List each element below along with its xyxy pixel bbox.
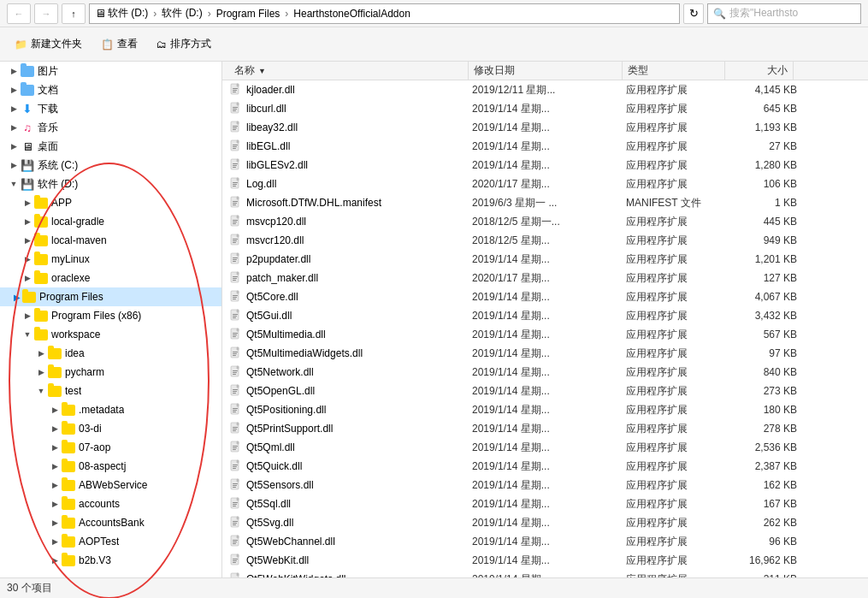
breadcrumb-label-1[interactable]: 软件 (D:) bbox=[162, 6, 202, 21]
file-row[interactable]: p2pupdater.dll2019/1/14 星期...应用程序扩展1,201… bbox=[222, 250, 868, 269]
file-row[interactable]: kjloader.dll2019/12/11 星期...应用程序扩展4,145 … bbox=[222, 80, 868, 99]
sidebar-item-aoptest[interactable]: ▶ AOPTest bbox=[0, 532, 221, 551]
sidebar-item-program-files-x86[interactable]: ▶ Program Files (x86) bbox=[0, 306, 221, 325]
sidebar-item-downloads[interactable]: ▶ ⬇ 下载 bbox=[0, 99, 221, 118]
file-row[interactable]: Qt5OpenGL.dll2019/1/14 星期...应用程序扩展273 KB bbox=[222, 382, 868, 400]
refresh-button[interactable]: ↻ bbox=[683, 3, 704, 24]
file-row[interactable]: Qt5PrintSupport.dll2019/1/14 星期...应用程序扩展… bbox=[222, 419, 868, 438]
file-row[interactable]: Microsoft.DTfW.DHL.manifest2019/6/3 星期一 … bbox=[222, 193, 868, 212]
file-icon bbox=[229, 384, 243, 398]
file-row[interactable]: Qt5Multimedia.dll2019/1/14 星期...应用程序扩展56… bbox=[222, 325, 868, 344]
sidebar-item-desktop[interactable]: ▶ 🖥 桌面 bbox=[0, 137, 221, 156]
file-row[interactable]: Qt5Sql.dll2019/1/14 星期...应用程序扩展167 KB bbox=[222, 494, 868, 513]
sidebar-item-b2bv3[interactable]: ▶ b2b.V3 bbox=[0, 551, 221, 570]
file-row[interactable]: libGLESv2.dll2019/1/14 星期...应用程序扩展1,280 … bbox=[222, 156, 868, 175]
address-bar[interactable]: 🖥 软件 (D:) › 软件 (D:) › Program Files › He… bbox=[89, 3, 680, 24]
file-row[interactable]: Log.dll2020/1/17 星期...应用程序扩展106 KB bbox=[222, 175, 868, 193]
expand-icon-desktop: ▶ bbox=[7, 139, 21, 153]
sidebar-item-oraclexe[interactable]: ▶ oraclexe bbox=[0, 269, 221, 287]
sidebar-item-metadata[interactable]: ▶ .metadata bbox=[0, 400, 221, 419]
file-row[interactable]: Qt5Core.dll2019/1/14 星期...应用程序扩展4,067 KB bbox=[222, 287, 868, 306]
file-row[interactable]: libcurl.dll2019/1/14 星期...应用程序扩展645 KB bbox=[222, 99, 868, 118]
file-row[interactable]: msvcr120.dll2018/12/5 星期...应用程序扩展949 KB bbox=[222, 231, 868, 250]
file-row[interactable]: Qt5Network.dll2019/1/14 星期...应用程序扩展840 K… bbox=[222, 363, 868, 382]
svg-rect-77 bbox=[233, 317, 236, 318]
file-icon bbox=[229, 177, 243, 191]
file-size: 1,280 KB bbox=[729, 159, 797, 171]
file-name: Qt5Core.dll bbox=[246, 291, 472, 303]
file-date: 2019/1/14 星期... bbox=[472, 102, 626, 116]
col-header-name[interactable]: 名称 ▼ bbox=[229, 62, 469, 80]
sidebar-item-app[interactable]: ▶ APP bbox=[0, 193, 221, 212]
sidebar-label-abwebservice: ABWebService bbox=[79, 479, 147, 491]
sidebar-item-accounts[interactable]: ▶ accounts bbox=[0, 494, 221, 513]
forward-button[interactable]: → bbox=[34, 3, 58, 24]
svg-rect-130 bbox=[233, 485, 237, 486]
file-row[interactable]: Qt5Qml.dll2019/1/14 星期...应用程序扩展2,536 KB bbox=[222, 438, 868, 457]
file-row[interactable]: Qt5MultimediaWidgets.dll2019/1/14 星期...应… bbox=[222, 344, 868, 363]
file-row[interactable]: Qt5Svg.dll2019/1/14 星期...应用程序扩展262 KB bbox=[222, 513, 868, 532]
folder-icon-07-aop bbox=[62, 441, 75, 454]
sidebar-item-idea[interactable]: ▶ idea bbox=[0, 344, 221, 363]
sidebar-item-workspace[interactable]: ▼ workspace bbox=[0, 325, 221, 344]
sidebar-item-music[interactable]: ▶ ♫ 音乐 bbox=[0, 118, 221, 137]
search-bar[interactable]: 🔍 搜索"Hearthsto bbox=[707, 3, 861, 24]
file-date: 2019/1/14 星期... bbox=[472, 497, 626, 512]
sidebar-item-soft-d[interactable]: ▼ 💾 软件 (D:) bbox=[0, 175, 221, 193]
file-row[interactable]: Qt5WebKit.dll2019/1/14 星期...应用程序扩展16,962… bbox=[222, 551, 868, 570]
file-type: 应用程序扩展 bbox=[626, 535, 729, 549]
col-header-type[interactable]: 类型 bbox=[623, 62, 725, 80]
sidebar-item-docs[interactable]: ▶ 文档 bbox=[0, 80, 221, 99]
breadcrumb-label-2[interactable]: Program Files bbox=[216, 8, 280, 20]
sidebar-item-08-aspectj[interactable]: ▶ 08-aspectj bbox=[0, 457, 221, 476]
file-row[interactable]: libeay32.dll2019/1/14 星期...应用程序扩展1,193 K… bbox=[222, 118, 868, 137]
file-row[interactable]: msvcp120.dll2018/12/5 星期一...应用程序扩展445 KB bbox=[222, 212, 868, 231]
sidebar-item-accountsbank[interactable]: ▶ AccountsBank bbox=[0, 513, 221, 532]
svg-rect-51 bbox=[233, 239, 238, 240]
sidebar-item-07-aop[interactable]: ▶ 07-aop bbox=[0, 438, 221, 457]
status-bar: 30 个项目 bbox=[0, 577, 868, 598]
col-header-date[interactable]: 修改日期 bbox=[469, 62, 623, 80]
sidebar-item-local-maven[interactable]: ▶ local-maven bbox=[0, 231, 221, 250]
sidebar-item-sys-c[interactable]: ▶ 💾 系统 (C:) bbox=[0, 156, 221, 175]
col-header-size[interactable]: 大小 bbox=[725, 62, 794, 80]
toolbar-view[interactable]: 📋 查看 bbox=[93, 32, 145, 57]
toolbar-new-folder[interactable]: 📁 新建文件夹 bbox=[7, 32, 90, 57]
up-button[interactable]: ↑ bbox=[62, 3, 86, 24]
svg-rect-23 bbox=[233, 148, 236, 149]
file-row[interactable]: Qt5Quick.dll2019/1/14 星期...应用程序扩展2,387 K… bbox=[222, 457, 868, 476]
breadcrumb-label-3[interactable]: HearthstoneOfficialAddon bbox=[293, 8, 410, 20]
file-row[interactable]: patch_maker.dll2020/1/17 星期...应用程序扩展127 … bbox=[222, 269, 868, 287]
file-name: kjloader.dll bbox=[246, 84, 472, 96]
file-row[interactable]: Qt5Gui.dll2019/1/14 星期...应用程序扩展3,432 KB bbox=[222, 306, 868, 325]
folder-icon-03-di bbox=[62, 422, 75, 435]
toolbar-sort[interactable]: 🗂 排序方式 bbox=[149, 32, 219, 57]
file-type: 应用程序扩展 bbox=[626, 309, 729, 323]
sidebar-item-local-gradle[interactable]: ▶ local-gradle bbox=[0, 212, 221, 231]
file-row[interactable]: libEGL.dll2019/1/14 星期...应用程序扩展27 KB bbox=[222, 137, 868, 156]
file-date: 2020/1/17 星期... bbox=[472, 177, 626, 192]
file-row[interactable]: Qt5WebChannel.dll2019/1/14 星期...应用程序扩展96… bbox=[222, 532, 868, 551]
sidebar-item-mylinux[interactable]: ▶ myLinux bbox=[0, 250, 221, 269]
sidebar-label-pycharm: pycharm bbox=[65, 366, 104, 378]
sidebar-item-test[interactable]: ▼ test bbox=[0, 382, 221, 400]
file-date: 2019/1/14 星期... bbox=[472, 441, 626, 455]
sidebar-item-abwebservice[interactable]: ▶ ABWebService bbox=[0, 476, 221, 494]
file-name: libGLESv2.dll bbox=[246, 159, 472, 171]
back-button[interactable]: ← bbox=[7, 3, 31, 24]
svg-rect-88 bbox=[233, 353, 237, 354]
svg-rect-131 bbox=[233, 487, 236, 488]
sidebar-item-03-di[interactable]: ▶ 03-di bbox=[0, 419, 221, 438]
file-date: 2019/1/14 星期... bbox=[472, 158, 626, 173]
sidebar-item-pictures[interactable]: ▶ 图片 bbox=[0, 62, 221, 80]
sidebar-item-pycharm[interactable]: ▶ pycharm bbox=[0, 363, 221, 382]
file-row[interactable]: Qt5Positioning.dll2019/1/14 星期...应用程序扩展1… bbox=[222, 400, 868, 419]
file-date: 2018/12/5 星期... bbox=[472, 234, 626, 248]
sidebar-item-program-files[interactable]: ▶ Program Files bbox=[0, 287, 221, 306]
file-row[interactable]: Qt5Sensors.dll2019/1/14 星期...应用程序扩展162 K… bbox=[222, 476, 868, 494]
expand-icon-local-maven: ▶ bbox=[21, 234, 34, 247]
breadcrumb-item-0[interactable]: 🖥 软件 (D:) bbox=[95, 6, 148, 21]
drive-icon-d: 💾 bbox=[21, 177, 34, 191]
file-date: 2019/1/14 星期... bbox=[472, 535, 626, 549]
file-row[interactable]: Qt5WebKitWidgets.dll2019/1/14 星期...应用程序扩… bbox=[222, 570, 868, 577]
